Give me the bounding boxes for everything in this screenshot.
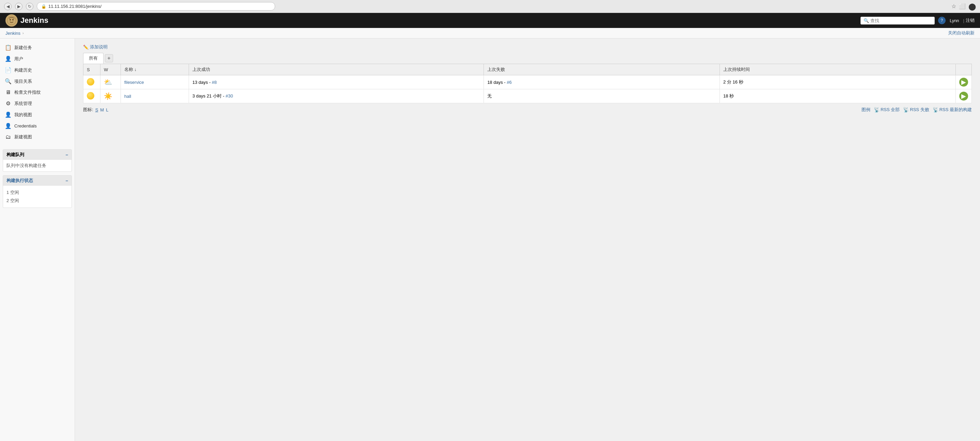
status-cell [83,75,100,89]
legend-size-m[interactable]: M [100,107,104,112]
build-history-icon: 📄 [5,67,11,73]
run-icon[interactable]: ▶ [959,92,968,101]
name-cell: hall [121,89,189,103]
sidebar-label-users: 用户 [14,56,23,62]
sidebar-item-new-task[interactable]: 📋 新建任务 [0,42,75,53]
weather-cell: ☀️ [100,89,121,103]
tab-all[interactable]: 所有 [83,53,103,64]
star-icon[interactable]: ☆ [951,3,956,10]
legend-area: 图标: S M L [83,107,108,113]
browser-chrome: ◀ ▶ ↻ 🔒 11.11.156.21:8081/jenkins/ ☆ ⬜ ⬤ [0,0,980,13]
help-button[interactable]: ? [938,17,946,24]
legend-size-s[interactable]: S [95,107,99,112]
system-mgmt-icon: ⚙ [5,100,11,107]
sidebar-label-credentials: Credentials [14,123,37,128]
last-fail-cell: 无 [484,89,720,103]
divider: | [963,18,964,23]
tabs-bar: 所有 + [83,53,972,64]
last-success-cell: 3 days 21 小时 - #30 [189,89,484,103]
browser-right-icons: ☆ ⬜ ⬤ [951,2,976,11]
job-name-link[interactable]: hall [124,94,131,99]
rss-all-link[interactable]: 📡 RSS 全部 [874,107,900,113]
new-view-icon: 🗂 [5,134,11,140]
url-bar[interactable]: 🔒 11.11.156.21:8081/jenkins/ [37,2,275,11]
last-fail-link[interactable]: #6 [507,80,511,85]
action-cell[interactable]: ▶ [956,89,972,103]
executor-1: 1 空闲 [6,189,68,197]
search-area[interactable]: 🔍 [861,17,935,24]
fingerprint-icon: 🖥 [5,89,11,96]
svg-point-2 [12,19,14,21]
col-header-s: S [83,64,100,75]
build-executor-body: 1 空闲 2 空闲 [3,186,72,208]
legend-link[interactable]: 图例 [862,107,870,113]
sidebar-item-new-view[interactable]: 🗂 新建视图 [0,131,75,142]
sidebar-item-build-history[interactable]: 📄 构建历史 [0,64,75,76]
sidebar-label-new-task: 新建任务 [14,45,32,51]
auto-refresh-link[interactable]: 关闭自动刷新 [948,30,975,36]
last-success-link[interactable]: #8 [212,80,216,85]
users-icon: 👤 [5,56,11,62]
sidebar-item-fingerprint[interactable]: 🖥 检查文件指纹 [0,87,75,98]
sidebar-label-system-mgmt: 系统管理 [14,101,32,107]
col-header-name[interactable]: 名称 ↓ [121,64,189,75]
last-duration-cell: 2 分 16 秒 [720,75,956,89]
sidebar-item-credentials[interactable]: 👤 Credentials [0,120,75,131]
add-description-link[interactable]: ✏️ 添加说明 [83,44,972,50]
refresh-button[interactable]: ↻ [26,3,33,10]
build-queue-title: 构建队列 [6,152,24,158]
col-header-action [956,64,972,75]
forward-button[interactable]: ▶ [15,3,22,10]
user-name: Lynn [950,18,959,23]
logout-link[interactable]: 注销 [966,18,975,24]
profile-icon[interactable]: ⬤ [969,2,976,11]
jenkins-avatar [5,14,18,27]
executor-2: 2 空闲 [6,197,68,205]
action-cell[interactable]: ▶ [956,75,972,89]
sidebar-item-users[interactable]: 👤 用户 [0,53,75,64]
add-tab-button[interactable]: + [105,54,113,62]
sidebar-label-build-history: 构建历史 [14,67,32,73]
search-icon: 🔍 [864,18,869,23]
table-header-row: S W 名称 ↓ 上次成功 上次失败 上次持续时间 [83,64,972,75]
sidebar-label-fingerprint: 检查文件指纹 [14,89,41,96]
sidebar-item-system-management[interactable]: ⚙ 系统管理 [0,98,75,109]
job-name-link[interactable]: fileservice [124,80,144,85]
secure-icon: 🔒 [41,4,46,9]
project-relations-icon: 🔍 [5,78,11,85]
sidebar: 📋 新建任务 👤 用户 📄 构建历史 🔍 项目关系 🖥 检查文件指纹 ⚙ 系统管… [0,38,75,441]
weather-cell: ⛅ [100,75,121,89]
sidebar-item-project-relations[interactable]: 🔍 项目关系 [0,76,75,87]
rss-latest-link[interactable]: 📡 RSS 最新的构建 [933,107,972,113]
col-header-last-duration: 上次持续时间 [720,64,956,75]
last-success-link[interactable]: #30 [226,93,233,99]
topbar: Jenkins 🔍 ? Lynn | 注销 [0,13,980,28]
name-cell: fileservice [121,75,189,89]
build-queue-section: 构建队列 − 队列中没有构建任务 [3,149,72,172]
screenshot-icon[interactable]: ⬜ [959,3,966,10]
back-button[interactable]: ◀ [4,3,11,10]
build-queue-empty: 队列中没有构建任务 [6,163,46,168]
status-cell [83,89,100,103]
build-queue-minimize[interactable]: − [65,152,68,157]
breadcrumb-left: Jenkins › [5,31,24,36]
legend-size-l[interactable]: L [106,107,108,112]
main-content: ✏️ 添加说明 所有 + S W 名称 ↓ 上次成功 上次失败 上次持续时间 [75,38,980,441]
build-executor-minimize[interactable]: − [65,178,68,183]
new-task-icon: 📋 [5,44,11,51]
legend-prefix: 图标: [83,107,93,113]
my-views-icon: 👤 [5,112,11,118]
jenkins-logo[interactable]: Jenkins [5,14,48,27]
layout: 📋 新建任务 👤 用户 📄 构建历史 🔍 项目关系 🖥 检查文件指纹 ⚙ 系统管… [0,38,980,441]
last-duration-cell: 18 秒 [720,89,956,103]
rss-fail-link[interactable]: 📡 RSS 失败 [903,107,929,113]
col-header-last-success: 上次成功 [189,64,484,75]
sidebar-item-my-views[interactable]: 👤 我的视图 [0,109,75,120]
run-icon[interactable]: ▶ [959,78,968,86]
breadcrumb-jenkins[interactable]: Jenkins [5,31,21,36]
jenkins-text: Jenkins [21,16,48,25]
last-fail-cell: 18 days - #6 [484,75,720,89]
col-header-w: W [100,64,121,75]
search-input[interactable] [870,18,932,23]
build-executor-title[interactable]: 构建执行状态 [6,177,33,184]
